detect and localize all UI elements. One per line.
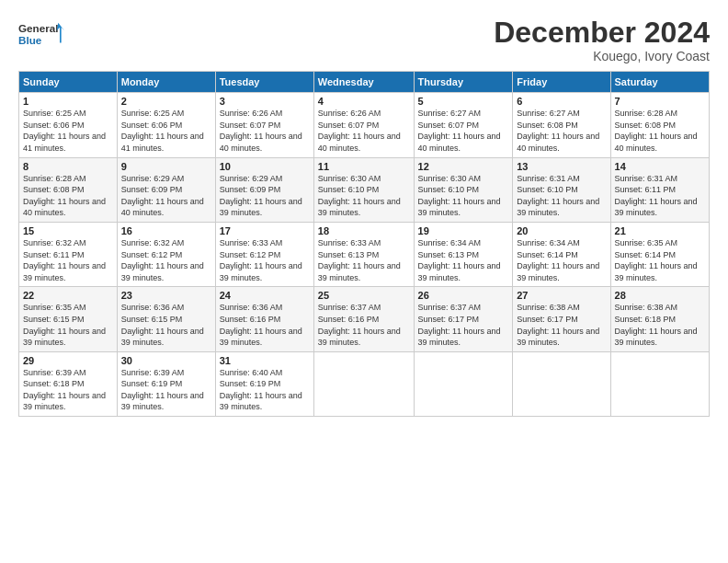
day-info: Sunrise: 6:33 AM Sunset: 6:12 PM Dayligh… xyxy=(220,237,310,283)
subtitle: Kouego, Ivory Coast xyxy=(494,49,710,63)
calendar-cell: 6 Sunrise: 6:27 AM Sunset: 6:08 PM Dayli… xyxy=(513,93,610,157)
day-number: 23 xyxy=(121,290,211,301)
day-number: 31 xyxy=(220,355,310,366)
day-number: 16 xyxy=(121,225,211,236)
calendar-cell: 5 Sunrise: 6:27 AM Sunset: 6:07 PM Dayli… xyxy=(414,93,513,157)
calendar-cell xyxy=(610,351,709,416)
calendar-cell: 21 Sunrise: 6:35 AM Sunset: 6:14 PM Dayl… xyxy=(610,222,709,286)
day-number: 12 xyxy=(418,161,509,172)
day-number: 3 xyxy=(220,96,310,107)
day-number: 25 xyxy=(318,290,410,301)
day-info: Sunrise: 6:27 AM Sunset: 6:08 PM Dayligh… xyxy=(517,108,606,154)
calendar-cell xyxy=(414,351,513,416)
day-number: 22 xyxy=(23,290,113,301)
day-info: Sunrise: 6:40 AM Sunset: 6:19 PM Dayligh… xyxy=(220,367,310,413)
calendar-cell: 7 Sunrise: 6:28 AM Sunset: 6:08 PM Dayli… xyxy=(610,93,709,157)
col-header-monday: Monday xyxy=(117,72,215,93)
day-info: Sunrise: 6:29 AM Sunset: 6:09 PM Dayligh… xyxy=(121,173,211,219)
calendar-cell: 25 Sunrise: 6:37 AM Sunset: 6:16 PM Dayl… xyxy=(313,287,414,351)
day-info: Sunrise: 6:33 AM Sunset: 6:13 PM Dayligh… xyxy=(318,237,410,283)
day-info: Sunrise: 6:32 AM Sunset: 6:12 PM Dayligh… xyxy=(121,237,211,283)
calendar-cell: 20 Sunrise: 6:34 AM Sunset: 6:14 PM Dayl… xyxy=(513,222,610,286)
day-info: Sunrise: 6:39 AM Sunset: 6:19 PM Dayligh… xyxy=(121,367,211,413)
day-info: Sunrise: 6:25 AM Sunset: 6:06 PM Dayligh… xyxy=(23,108,113,154)
col-header-saturday: Saturday xyxy=(610,72,709,93)
logo-icon: General Blue xyxy=(18,17,64,55)
day-number: 8 xyxy=(23,161,113,172)
svg-text:Blue: Blue xyxy=(18,34,42,46)
day-info: Sunrise: 6:27 AM Sunset: 6:07 PM Dayligh… xyxy=(418,108,509,154)
day-number: 2 xyxy=(121,96,211,107)
calendar-cell: 2 Sunrise: 6:25 AM Sunset: 6:06 PM Dayli… xyxy=(117,93,215,157)
calendar-cell xyxy=(313,351,414,416)
calendar-cell: 9 Sunrise: 6:29 AM Sunset: 6:09 PM Dayli… xyxy=(117,157,215,222)
day-info: Sunrise: 6:31 AM Sunset: 6:10 PM Dayligh… xyxy=(517,173,606,219)
day-info: Sunrise: 6:38 AM Sunset: 6:18 PM Dayligh… xyxy=(615,302,705,348)
day-number: 10 xyxy=(220,161,310,172)
day-number: 6 xyxy=(517,96,606,107)
day-info: Sunrise: 6:37 AM Sunset: 6:16 PM Dayligh… xyxy=(318,302,410,348)
calendar-cell: 15 Sunrise: 6:32 AM Sunset: 6:11 PM Dayl… xyxy=(19,222,118,286)
day-number: 28 xyxy=(615,290,705,301)
calendar: SundayMondayTuesdayWednesdayThursdayFrid… xyxy=(18,71,710,417)
day-info: Sunrise: 6:36 AM Sunset: 6:15 PM Dayligh… xyxy=(121,302,211,348)
calendar-cell: 1 Sunrise: 6:25 AM Sunset: 6:06 PM Dayli… xyxy=(19,93,118,157)
calendar-cell: 11 Sunrise: 6:30 AM Sunset: 6:10 PM Dayl… xyxy=(313,157,414,222)
calendar-cell: 26 Sunrise: 6:37 AM Sunset: 6:17 PM Dayl… xyxy=(414,287,513,351)
calendar-cell: 18 Sunrise: 6:33 AM Sunset: 6:13 PM Dayl… xyxy=(313,222,414,286)
calendar-cell: 3 Sunrise: 6:26 AM Sunset: 6:07 PM Dayli… xyxy=(215,93,313,157)
calendar-cell: 22 Sunrise: 6:35 AM Sunset: 6:15 PM Dayl… xyxy=(19,287,118,351)
col-header-wednesday: Wednesday xyxy=(313,72,414,93)
day-info: Sunrise: 6:39 AM Sunset: 6:18 PM Dayligh… xyxy=(23,367,113,413)
day-info: Sunrise: 6:25 AM Sunset: 6:06 PM Dayligh… xyxy=(121,108,211,154)
day-info: Sunrise: 6:35 AM Sunset: 6:15 PM Dayligh… xyxy=(23,302,113,348)
day-number: 11 xyxy=(318,161,410,172)
calendar-cell: 24 Sunrise: 6:36 AM Sunset: 6:16 PM Dayl… xyxy=(215,287,313,351)
day-info: Sunrise: 6:30 AM Sunset: 6:10 PM Dayligh… xyxy=(418,173,509,219)
calendar-cell: 30 Sunrise: 6:39 AM Sunset: 6:19 PM Dayl… xyxy=(117,351,215,416)
day-number: 17 xyxy=(220,225,310,236)
day-number: 21 xyxy=(615,225,705,236)
day-info: Sunrise: 6:34 AM Sunset: 6:14 PM Dayligh… xyxy=(517,237,606,283)
day-number: 1 xyxy=(23,96,113,107)
title-block: December 2024 Kouego, Ivory Coast xyxy=(494,17,710,63)
day-number: 18 xyxy=(318,225,410,236)
day-number: 13 xyxy=(517,161,606,172)
calendar-cell: 12 Sunrise: 6:30 AM Sunset: 6:10 PM Dayl… xyxy=(414,157,513,222)
day-number: 5 xyxy=(418,96,509,107)
col-header-friday: Friday xyxy=(513,72,610,93)
calendar-cell: 19 Sunrise: 6:34 AM Sunset: 6:13 PM Dayl… xyxy=(414,222,513,286)
calendar-cell: 8 Sunrise: 6:28 AM Sunset: 6:08 PM Dayli… xyxy=(19,157,118,222)
day-number: 20 xyxy=(517,225,606,236)
calendar-cell: 14 Sunrise: 6:31 AM Sunset: 6:11 PM Dayl… xyxy=(610,157,709,222)
day-number: 27 xyxy=(517,290,606,301)
day-number: 29 xyxy=(23,355,113,366)
day-info: Sunrise: 6:28 AM Sunset: 6:08 PM Dayligh… xyxy=(615,108,705,154)
svg-text:General: General xyxy=(18,22,58,34)
calendar-cell: 23 Sunrise: 6:36 AM Sunset: 6:15 PM Dayl… xyxy=(117,287,215,351)
calendar-cell: 31 Sunrise: 6:40 AM Sunset: 6:19 PM Dayl… xyxy=(215,351,313,416)
day-info: Sunrise: 6:37 AM Sunset: 6:17 PM Dayligh… xyxy=(418,302,509,348)
calendar-cell: 27 Sunrise: 6:38 AM Sunset: 6:17 PM Dayl… xyxy=(513,287,610,351)
calendar-cell: 29 Sunrise: 6:39 AM Sunset: 6:18 PM Dayl… xyxy=(19,351,118,416)
day-number: 24 xyxy=(220,290,310,301)
day-info: Sunrise: 6:29 AM Sunset: 6:09 PM Dayligh… xyxy=(220,173,310,219)
calendar-cell: 17 Sunrise: 6:33 AM Sunset: 6:12 PM Dayl… xyxy=(215,222,313,286)
header: General Blue December 2024 Kouego, Ivory… xyxy=(18,17,710,63)
day-info: Sunrise: 6:36 AM Sunset: 6:16 PM Dayligh… xyxy=(220,302,310,348)
page: General Blue December 2024 Kouego, Ivory… xyxy=(0,0,728,563)
day-info: Sunrise: 6:32 AM Sunset: 6:11 PM Dayligh… xyxy=(23,237,113,283)
logo: General Blue xyxy=(18,17,64,55)
col-header-sunday: Sunday xyxy=(19,72,118,93)
col-header-thursday: Thursday xyxy=(414,72,513,93)
calendar-cell: 16 Sunrise: 6:32 AM Sunset: 6:12 PM Dayl… xyxy=(117,222,215,286)
day-info: Sunrise: 6:28 AM Sunset: 6:08 PM Dayligh… xyxy=(23,173,113,219)
day-number: 4 xyxy=(318,96,410,107)
main-title: December 2024 xyxy=(494,17,710,49)
day-info: Sunrise: 6:34 AM Sunset: 6:13 PM Dayligh… xyxy=(418,237,509,283)
day-number: 14 xyxy=(615,161,705,172)
day-info: Sunrise: 6:30 AM Sunset: 6:10 PM Dayligh… xyxy=(318,173,410,219)
calendar-cell xyxy=(513,351,610,416)
day-number: 7 xyxy=(615,96,705,107)
calendar-cell: 4 Sunrise: 6:26 AM Sunset: 6:07 PM Dayli… xyxy=(313,93,414,157)
